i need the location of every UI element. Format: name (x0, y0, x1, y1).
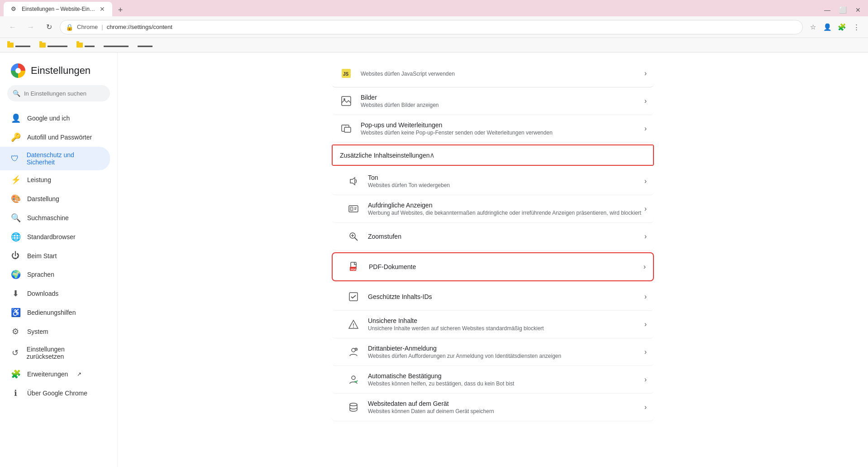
sidebar-item-search[interactable]: 🔍 Suchmaschine (0, 208, 110, 227)
bookmark-label: ▬▬▬▬ (48, 43, 67, 48)
power-icon: ⏻ (11, 251, 20, 260)
sidebar-item-extensions[interactable]: 🧩 Erweiterungen ↗ (0, 365, 110, 384)
setting-item-ads[interactable]: Aufdringliche Anzeigen Werbung auf Websi… (332, 195, 654, 223)
settings-search-bar[interactable]: 🔍 (7, 85, 110, 101)
setting-item-storage[interactable]: Websitedaten auf dem Gerät Websites könn… (332, 394, 654, 421)
bookmark-label: ▬▬▬ (15, 43, 30, 48)
tab-close-button[interactable]: ✕ (100, 5, 105, 13)
menu-button[interactable]: ⋮ (850, 21, 863, 34)
bookmark-item[interactable]: ▬▬▬ (4, 42, 34, 49)
sidebar-item-google[interactable]: 👤 Google und ich (0, 109, 110, 128)
sidebar-item-appearance[interactable]: 🎨 Darstellung (0, 189, 110, 208)
settings-page-title: Einstellungen (31, 65, 91, 77)
tab-title: Einstellungen – Website-Eins… (22, 6, 96, 12)
setting-item-popups[interactable]: Pop-ups und Weiterleitungen Websites dür… (332, 115, 654, 143)
sidebar-item-about[interactable]: ℹ Über Google Chrome (0, 384, 110, 403)
content-inner: JS Websites dürfen JavaScript verwenden … (321, 53, 665, 428)
drm-icon (346, 289, 361, 304)
sidebar-label-privacy: Datenschutz und Sicherheit (27, 151, 99, 166)
main-content: Einstellungen 🔍 👤 Google und ich 🔑 Autof… (0, 53, 868, 467)
address-path: chrome://settings/content (107, 24, 172, 30)
bookmark-item[interactable]: ▬▬▬▬▬ (100, 42, 132, 49)
ton-item-text: Ton Websites dürfen Ton wiedergeben (368, 174, 644, 188)
sidebar-item-system[interactable]: ⚙ System (0, 322, 110, 341)
arrow-icon: › (644, 205, 647, 213)
settings-search-input[interactable] (24, 90, 105, 97)
additional-header-text: Zusätzliche Inhaltseinstellungen (340, 151, 429, 159)
drm-title: Geschützte Inhalts-IDs (368, 293, 644, 300)
sidebar-label-languages: Sprachen (27, 271, 54, 278)
sidebar-item-accessibility[interactable]: ♿ Bedienungshilfen (0, 303, 110, 322)
forward-button[interactable]: → (24, 20, 38, 34)
auto-verify-item-text: Automatische Bestätigung Websites können… (368, 372, 644, 387)
sidebar-item-startup[interactable]: ⏻ Beim Start (0, 246, 110, 265)
sidebar-label-extensions: Erweiterungen (27, 371, 68, 378)
extensions-button[interactable]: 🧩 (835, 21, 848, 34)
bookmark-label: ▬▬▬ (138, 43, 153, 48)
setting-item-zoom[interactable]: Zoomstufen › (332, 223, 654, 250)
tab-favicon: ⚙ (11, 5, 18, 13)
additional-settings-header[interactable]: Zusätzliche Inhaltseinstellungen ∧ (333, 145, 653, 165)
reload-button[interactable]: ↻ (42, 20, 56, 34)
sidebar-label-system: System (27, 328, 48, 335)
unsafe-subtitle: Unsichere Inhalte werden auf sicheren We… (368, 325, 644, 332)
back-button[interactable]: ← (5, 20, 20, 34)
minimize-button[interactable]: — (821, 4, 834, 16)
warning-icon (346, 317, 361, 332)
person-icon: 👤 (11, 113, 20, 123)
active-tab[interactable]: ⚙ Einstellungen – Website-Eins… ✕ (4, 2, 112, 16)
zoom-icon (346, 229, 361, 244)
arrow-icon: › (644, 125, 647, 133)
bookmark-label: ▬▬ (85, 43, 95, 48)
globe-icon: 🌐 (11, 232, 20, 242)
sidebar: Einstellungen 🔍 👤 Google und ich 🔑 Autof… (0, 53, 118, 467)
browser-controls: — ⬜ ✕ (821, 4, 864, 16)
sidebar-item-privacy[interactable]: 🛡 Datenschutz und Sicherheit (0, 147, 110, 170)
popups-item-text: Pop-ups und Weiterleitungen Websites dür… (361, 121, 644, 136)
setting-item-bilder[interactable]: Bilder Websites dürfen Bilder anzeigen › (332, 87, 654, 115)
sidebar-item-autofill[interactable]: 🔑 Autofill und Passwörter (0, 128, 110, 147)
key-icon: 🔑 (11, 132, 20, 142)
toolbar-actions: ☆ 👤 🧩 ⋮ (806, 21, 863, 34)
sidebar-nav: 👤 Google und ich 🔑 Autofill und Passwört… (0, 109, 117, 403)
setting-item-third-party[interactable]: Drittanbieter-Anmeldung Websites dürfen … (332, 338, 654, 366)
sidebar-item-downloads[interactable]: ⬇ Downloads (0, 284, 110, 303)
close-button[interactable]: ✕ (852, 4, 864, 16)
setting-item-pdf[interactable]: PDF PDF-Dokumente › (333, 253, 653, 280)
bookmark-item[interactable]: ▬▬ (73, 42, 98, 49)
shield-icon: 🛡 (11, 154, 19, 164)
sidebar-item-reset[interactable]: ↺ Einstellungen zurücksetzen (0, 341, 110, 365)
bookmark-item[interactable]: ▬▬▬ (134, 42, 156, 49)
sidebar-item-default-browser[interactable]: 🌐 Standardbrowser (0, 227, 110, 246)
sidebar-item-languages[interactable]: 🌍 Sprachen (0, 265, 110, 284)
bilder-item-text: Bilder Websites dürfen Bilder anzeigen (361, 94, 644, 108)
download-icon: ⬇ (11, 289, 20, 298)
arrow-icon: › (644, 263, 646, 271)
address-bar[interactable]: 🔒 Chrome | chrome://settings/content (60, 20, 803, 34)
setting-item-drm[interactable]: Geschützte Inhalts-IDs › (332, 283, 654, 311)
setting-item-unsafe[interactable]: Unsichere Inhalte Unsichere Inhalte werd… (332, 311, 654, 338)
setting-item-ton[interactable]: Ton Websites dürfen Ton wiedergeben › (332, 168, 654, 195)
sidebar-label-appearance: Darstellung (27, 195, 59, 202)
setting-item-auto-verify[interactable]: Automatische Bestätigung Websites können… (332, 366, 654, 394)
storage-icon (346, 400, 361, 414)
site-name: Chrome (77, 24, 98, 30)
arrow-icon: › (644, 320, 647, 328)
pdf-icon: PDF (347, 260, 362, 274)
ads-icon (346, 202, 361, 216)
bookmark-button[interactable]: ☆ (806, 21, 819, 34)
sidebar-item-performance[interactable]: ⚡ Leistung (0, 170, 110, 189)
new-tab-button[interactable]: + (114, 4, 127, 16)
collapse-icon: ∧ (429, 151, 435, 159)
restore-button[interactable]: ⬜ (836, 4, 849, 16)
reset-icon: ↺ (11, 348, 19, 358)
bookmark-item[interactable]: ▬▬▬▬ (36, 42, 71, 49)
sidebar-label-startup: Beim Start (27, 252, 57, 260)
svg-rect-9 (350, 207, 353, 211)
setting-item-javascript[interactable]: JS Websites dürfen JavaScript verwenden … (332, 60, 654, 87)
browser-frame: ⚙ Einstellungen – Website-Eins… ✕ + — ⬜ … (0, 0, 868, 467)
ads-item-text: Aufdringliche Anzeigen Werbung auf Websi… (368, 202, 644, 216)
zoom-title: Zoomstufen (368, 233, 644, 240)
arrow-icon: › (644, 232, 647, 241)
profile-button[interactable]: 👤 (821, 21, 834, 34)
